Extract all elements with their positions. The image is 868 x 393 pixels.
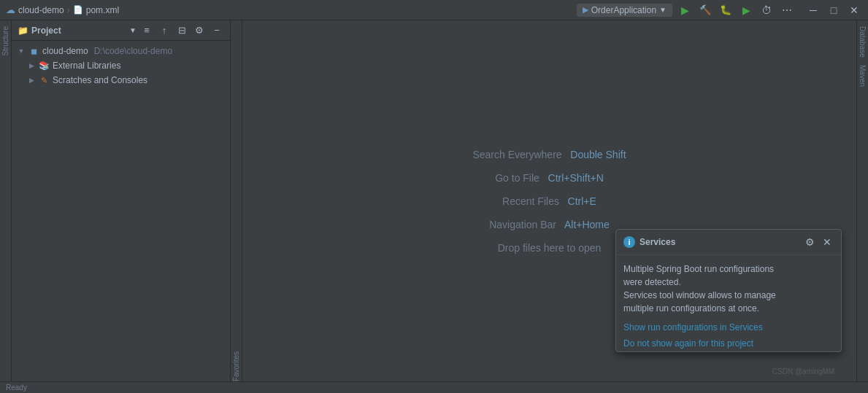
hint-drop-files: Drop files here to open (498, 242, 602, 254)
profile-button[interactable]: ⏱ (758, 2, 775, 18)
structure-panel-toggle[interactable]: Structure (1, 20, 9, 62)
main-area: Structure 📁 Project ▼ ≡ ↑ ⊟ ⚙ − ▼ ◼ clou… (0, 20, 868, 381)
minimize-button[interactable]: ─ (805, 2, 821, 18)
hint-drop-label: Drop files here to open (498, 242, 602, 254)
module-icon: ◼ (28, 45, 39, 57)
tree-label-scratches: Scratches and Consoles (53, 75, 147, 85)
top-bar-right: ▶ OrderApplication ▼ ▶ 🔨 🐛 ▶ ⏱ ⋯ ─ □ ✕ (577, 2, 862, 18)
notification-settings-btn[interactable]: ⚙ (803, 236, 816, 249)
project-panel: 📁 Project ▼ ≡ ↑ ⊟ ⚙ − ▼ ◼ cloud-demo D:\… (12, 20, 231, 381)
folder-icon-ext-libs: 📚 (38, 60, 50, 71)
hint-nav-shortcut[interactable]: Alt+Home (564, 219, 610, 230)
run-config-arrow: ▼ (659, 6, 667, 14)
bottom-strip: Ready (0, 381, 868, 393)
hint-goto-label: Go to File (495, 172, 539, 184)
tree-arrow-scratches: ▶ (28, 77, 35, 84)
project-expand-all[interactable]: ⊟ (174, 23, 189, 38)
hint-recent-files: Recent Files Ctrl+E (502, 195, 596, 207)
notification-title: Services (640, 237, 799, 247)
cloud-icon: ☁ (6, 4, 15, 15)
breadcrumb-separator: › (67, 5, 70, 15)
database-panel-toggle[interactable]: Database (859, 23, 867, 61)
right-strip: Database Maven (856, 20, 868, 381)
notification-line3: Services tool window allows to manage (623, 290, 776, 300)
notification-line1: Multiple Spring Boot run configurations (623, 264, 774, 274)
hint-recent-label: Recent Files (502, 195, 559, 207)
more-run-button[interactable]: ⋯ (779, 2, 795, 18)
show-run-configs-link[interactable]: Show run configurations in Services (616, 319, 841, 335)
notification-body: Multiple Spring Boot run configurations … (616, 255, 841, 319)
project-folder-icon: 📁 (18, 26, 28, 36)
hint-search-label: Search Everywhere (472, 149, 561, 160)
debug-button[interactable]: 🐛 (718, 2, 734, 18)
watermark-text: CSDN @amingMM (772, 367, 834, 376)
tree-arrow-cloud-demo: ▼ (18, 47, 25, 55)
project-tree: ▼ ◼ cloud-demo D:\code\cloud-demo ▶ 📚 Ex… (12, 41, 230, 381)
left-strip: Structure (0, 20, 12, 381)
notification-line4: multiple run configurations at once. (623, 303, 759, 314)
top-bar: ☁ cloud-demo › 📄 pom.xml ▶ OrderApplicat… (0, 0, 868, 20)
tree-label-cloud-demo: cloud-demo (42, 46, 88, 56)
tree-item-external-libraries[interactable]: ▶ 📚 External Libraries (12, 58, 230, 73)
editor-area: Search Everywhere Double Shift Go to Fil… (242, 20, 856, 381)
tree-item-cloud-demo[interactable]: ▼ ◼ cloud-demo D:\code\cloud-demo (12, 44, 230, 58)
scratch-icon: ✎ (38, 74, 50, 86)
tree-arrow-ext-libs: ▶ (28, 62, 35, 69)
run-config-selector[interactable]: ▶ OrderApplication ▼ (577, 4, 672, 17)
project-settings[interactable]: ⚙ (192, 23, 207, 38)
project-scroll-to[interactable]: ↑ (157, 23, 172, 38)
run-config-icon: ▶ (583, 5, 588, 15)
tree-label-external-libraries: External Libraries (53, 61, 120, 71)
close-button[interactable]: ✕ (846, 2, 862, 18)
tree-item-scratches[interactable]: ▶ ✎ Scratches and Consoles (12, 73, 230, 87)
breadcrumb-file[interactable]: pom.xml (86, 5, 119, 15)
tree-detail-cloud-demo: D:\code\cloud-demo (94, 46, 172, 56)
maven-panel-toggle[interactable]: Maven (859, 62, 867, 90)
hint-nav-bar: Navigation Bar Alt+Home (489, 219, 610, 230)
breadcrumb: ☁ cloud-demo › 📄 pom.xml (6, 4, 119, 15)
hint-search: Search Everywhere Double Shift (472, 149, 626, 160)
run-button[interactable]: ▶ (677, 2, 693, 18)
maximize-button[interactable]: □ (826, 2, 842, 18)
breadcrumb-project[interactable]: cloud-demo (18, 5, 64, 15)
hint-goto-file: Go to File Ctrl+Shift+N (495, 172, 604, 184)
project-header: 📁 Project ▼ ≡ ↑ ⊟ ⚙ − (12, 20, 230, 41)
watermark: CSDN @amingMM (772, 367, 834, 376)
project-panel-title: Project (31, 26, 126, 36)
notification-line2: were detected. (623, 277, 681, 287)
hint-recent-shortcut[interactable]: Ctrl+E (568, 195, 596, 207)
info-icon: i (623, 236, 635, 248)
coverage-button[interactable]: ▶ (738, 2, 754, 18)
services-notification: i Services ⚙ ✕ Multiple Spring Boot run … (615, 229, 842, 352)
favorites-strip: Favorites (231, 20, 242, 381)
bottom-status: Ready (6, 384, 27, 392)
notification-close-btn[interactable]: ✕ (821, 236, 834, 249)
project-collapse-all[interactable]: ≡ (139, 23, 154, 38)
project-close[interactable]: − (210, 23, 224, 38)
run-config-label: OrderApplication (591, 5, 656, 15)
breadcrumb-file-icon: 📄 (73, 5, 83, 15)
do-not-show-link[interactable]: Do not show again for this project (616, 335, 841, 351)
project-caret[interactable]: ▼ (129, 26, 137, 34)
favorites-panel-toggle[interactable]: Favorites (232, 346, 240, 381)
notification-header: i Services ⚙ ✕ (616, 230, 841, 255)
build-button[interactable]: 🔨 (697, 2, 713, 18)
hint-goto-shortcut[interactable]: Ctrl+Shift+N (548, 172, 604, 184)
hint-search-shortcut[interactable]: Double Shift (570, 149, 626, 160)
hint-nav-label: Navigation Bar (489, 219, 556, 230)
